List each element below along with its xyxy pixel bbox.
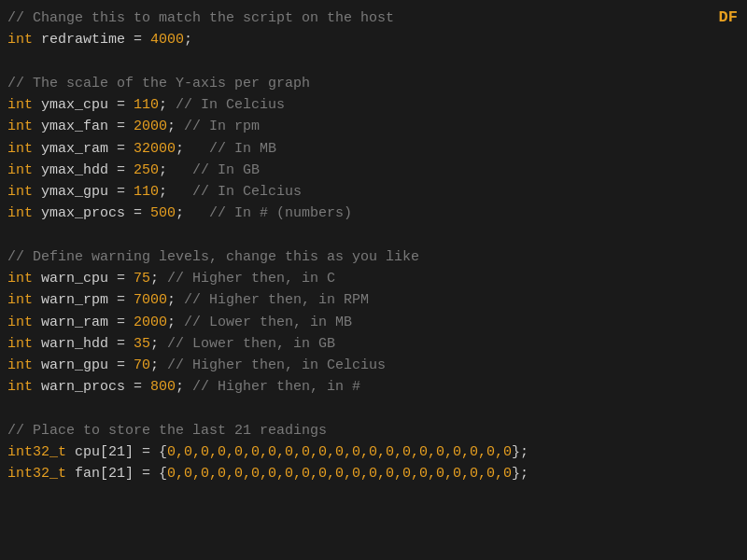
var-token: ; — [159, 97, 176, 113]
code-line: int ymax_gpu = 110; // In Celcius — [7, 181, 743, 203]
num-token: 110 — [134, 97, 159, 113]
kw-token: int — [7, 119, 33, 134]
comment-text: // Define warning levels, change this as… — [7, 249, 419, 265]
code-lines: // Change this to match the script on th… — [7, 7, 743, 485]
num-token: 2000 — [134, 315, 167, 330]
kw-token: int — [7, 379, 33, 395]
kw-token: int — [7, 184, 33, 200]
num-token: 4000 — [150, 32, 184, 48]
code-line: int ymax_cpu = 110; // In Celcius — [7, 94, 743, 116]
num-token: 35 — [134, 336, 150, 352]
var-token: ; — [184, 32, 192, 48]
kw-token: int — [7, 357, 33, 373]
var-token: warn_rpm = — [33, 292, 134, 308]
comment-token: // Lower then, in MB — [184, 315, 352, 330]
num-token: 32000 — [134, 141, 176, 157]
comment-token: // In # (numbers) — [209, 205, 352, 221]
num-token: 500 — [150, 205, 176, 221]
var-token: fan[21] = { — [66, 466, 167, 482]
code-editor: DF // Change this to match the script on… — [0, 0, 747, 560]
num-token: 110 — [134, 184, 159, 200]
num-token: 0,0,0,0,0,0,0,0,0,0,0,0,0,0,0,0,0,0,0,0,… — [167, 466, 512, 482]
comment-token: // Higher then, in RPM — [184, 292, 369, 308]
code-line: int ymax_ram = 32000; // In MB — [7, 138, 743, 160]
kw-token: int — [7, 97, 33, 113]
var-token: ymax_gpu = — [33, 184, 134, 200]
kw-token: int — [7, 315, 33, 330]
code-comment-line: // The scale of the Y-axis per graph — [7, 73, 743, 94]
code-line: int warn_ram = 2000; // Lower then, in M… — [7, 312, 743, 333]
empty-line: ​ — [7, 399, 743, 420]
code-line: int ymax_fan = 2000; // In rpm — [7, 116, 743, 137]
var-token: ymax_fan = — [33, 119, 134, 134]
code-line: int redrawtime = 4000; — [7, 29, 743, 50]
code-comment-line: // Define warning levels, change this as… — [7, 246, 743, 268]
var-token: ymax_cpu = — [33, 97, 134, 113]
kw-token: int — [7, 292, 33, 308]
comment-token: // Higher then, in C — [167, 271, 335, 287]
code-line: int warn_hdd = 35; // Lower then, in GB — [7, 333, 743, 355]
kw-token: int — [7, 32, 33, 48]
kw-token: int — [7, 141, 33, 157]
kw-token: int — [7, 271, 33, 287]
num-token: 70 — [134, 357, 150, 373]
var-token: warn_ram = — [33, 315, 134, 330]
var-token: ymax_ram = — [33, 141, 134, 157]
var-token: ; — [159, 184, 192, 200]
code-line: int warn_gpu = 70; // Higher then, in Ce… — [7, 355, 743, 376]
var-token: ; — [167, 315, 184, 330]
kw-token: int — [7, 162, 33, 178]
kw-token: int32_t — [7, 444, 66, 460]
var-token: ; — [150, 336, 167, 352]
num-token: 800 — [150, 379, 176, 395]
var-token: ; — [150, 271, 167, 287]
num-token: 250 — [134, 162, 159, 178]
comment-token: // In MB — [209, 141, 276, 157]
comment-token: // In GB — [192, 162, 260, 178]
num-token: 75 — [134, 271, 150, 287]
var-token: warn_gpu = — [33, 357, 134, 373]
comment-text: // Change this to match the script on th… — [7, 10, 394, 26]
comment-text: // Place to store the last 21 readings — [7, 423, 327, 439]
var-token: ; — [176, 379, 192, 395]
code-comment-line: // Change this to match the script on th… — [7, 7, 743, 29]
code-line: int ymax_procs = 500; // In # (numbers) — [7, 203, 743, 224]
var-token: warn_cpu = — [33, 271, 134, 287]
comment-text: // The scale of the Y-axis per graph — [7, 76, 310, 91]
num-token: 7000 — [134, 292, 167, 308]
var-token: redrawtime = — [33, 32, 150, 48]
df-label: DF — [719, 6, 738, 30]
comment-token: // Lower then, in GB — [167, 336, 335, 352]
code-line: int32_t cpu[21] = {0,0,0,0,0,0,0,0,0,0,0… — [7, 441, 743, 463]
var-token: cpu[21] = { — [66, 444, 167, 460]
var-token: ymax_procs = — [33, 205, 150, 221]
var-token: ; — [176, 205, 209, 221]
empty-line: ​ — [7, 225, 743, 246]
code-line: int warn_procs = 800; // Higher then, in… — [7, 376, 743, 398]
comment-token: // In Celcius — [192, 184, 302, 200]
code-comment-line: // Place to store the last 21 readings — [7, 420, 743, 441]
num-token: 0,0,0,0,0,0,0,0,0,0,0,0,0,0,0,0,0,0,0,0,… — [167, 444, 512, 460]
var-token: warn_hdd = — [33, 336, 134, 352]
kw-token: int — [7, 336, 33, 352]
code-line: int32_t fan[21] = {0,0,0,0,0,0,0,0,0,0,0… — [7, 463, 743, 484]
var-token: ; — [176, 141, 209, 157]
comment-token: // In rpm — [184, 119, 260, 134]
code-line: int ymax_hdd = 250; // In GB — [7, 160, 743, 181]
var-token: ; — [167, 119, 184, 134]
num-token: 2000 — [134, 119, 167, 134]
kw-token: int32_t — [7, 466, 66, 482]
comment-token: // Higher then, in Celcius — [167, 357, 386, 373]
comment-token: // Higher then, in # — [192, 379, 360, 395]
kw-token: int — [7, 205, 33, 221]
code-line: int warn_rpm = 7000; // Higher then, in … — [7, 289, 743, 311]
var-token: }; — [512, 444, 529, 460]
var-token: ; — [150, 357, 167, 373]
empty-line: ​ — [7, 51, 743, 73]
code-line: int warn_cpu = 75; // Higher then, in C — [7, 268, 743, 289]
var-token: ; — [167, 292, 184, 308]
var-token: ; — [159, 162, 192, 178]
comment-token: // In Celcius — [176, 97, 285, 113]
var-token: ymax_hdd = — [33, 162, 134, 178]
var-token: warn_procs = — [33, 379, 150, 395]
